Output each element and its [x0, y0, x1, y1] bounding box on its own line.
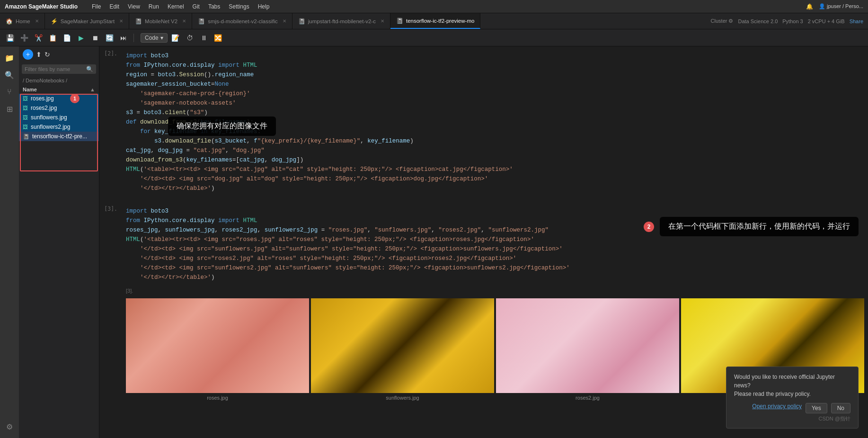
toolbar-separator [133, 34, 134, 42]
search-bar: 🔍 [22, 64, 96, 74]
image-file-icon: 🖼 [23, 96, 28, 101]
files-sort-icon[interactable]: ▲ [90, 87, 95, 92]
extra-btn-4[interactable]: 🔀 [212, 32, 224, 44]
run-button[interactable]: ▶ [75, 32, 87, 44]
tab-home[interactable]: 🏠 Home ✕ [0, 13, 45, 29]
file-name: tensorflow-ic-tf2-pre... [32, 133, 87, 140]
annotation-2-bubble: 在第一个代码框下面添加新行，使用新的代码，并运行 [660, 217, 859, 236]
save-button[interactable]: 💾 [4, 32, 16, 44]
tab-jumpstart2[interactable]: 📓 jumpstart-ftd-mobilenet-v2-c ✕ [292, 13, 390, 29]
image-cell-roses: roses.jpg [126, 298, 309, 401]
tab-mobilenet-label: MobileNet V2 [145, 18, 177, 24]
tab-jumpstart[interactable]: ⚡ SageMaker JumpStart ✕ [45, 13, 129, 29]
refresh-button[interactable]: ↻ [44, 51, 50, 58]
files-activity-icon[interactable]: 📁 [2, 50, 17, 65]
share-button[interactable]: Share [850, 18, 863, 24]
main-layout: 📁 🔍 ⑂ ⊞ ⚙ ＋ ⬆ ↻ 🔍 / DemoNotebooks / Name… [0, 46, 868, 438]
cell-type-dropdown[interactable]: Code ▾ [141, 33, 168, 43]
close-smjs-tab[interactable]: ✕ [283, 18, 286, 24]
jupyter-popup: Would you like to receive official Jupyt… [726, 366, 859, 429]
image-file-icon: 🖼 [23, 105, 28, 111]
sunflowers-image [311, 298, 494, 393]
notification-icon[interactable]: 🔔 [806, 3, 813, 10]
git-activity-icon[interactable]: ⑂ [2, 84, 17, 99]
new-launcher-button[interactable]: ＋ [23, 49, 33, 60]
stop-button[interactable]: ⏹ [89, 32, 101, 44]
menu-view[interactable]: View [128, 3, 140, 10]
tab-jumpstart-label: SageMaker JumpStart [61, 18, 115, 24]
image-cell-roses2: roses2.jpg [496, 298, 679, 401]
extra-btn-1[interactable]: 📝 [169, 32, 182, 44]
menu-kernel[interactable]: Kernel [168, 3, 184, 10]
file-item-sunflowers2[interactable]: 🖼 sunflowers2.jpg [19, 122, 99, 132]
search-activity-icon[interactable]: 🔍 [2, 67, 17, 82]
activity-bar: 📁 🔍 ⑂ ⊞ ⚙ [0, 46, 19, 438]
tab-home-label: Home [16, 18, 30, 24]
tab-tensorflow[interactable]: 📓 tensorflow-ic-tf2-preview-mo [390, 13, 480, 29]
roses-image [126, 298, 309, 393]
fast-forward-button[interactable]: ⏭ [117, 32, 130, 44]
file-item-sunflowers[interactable]: 🖼 sunflowers.jpg [19, 113, 99, 122]
restart-button[interactable]: 🔄 [103, 32, 115, 44]
menu-git[interactable]: Git [193, 3, 200, 10]
privacy-policy-link[interactable]: Open privacy policy [752, 403, 802, 413]
copy-button[interactable]: 📋 [46, 32, 59, 44]
home-icon: 🏠 [6, 18, 13, 25]
tab-smjs-label: smjs-d-mobilenet-v2-classific [208, 18, 278, 24]
file-item-tensorflow[interactable]: 📓 tensorflow-ic-tf2-pre... [19, 132, 99, 141]
breadcrumb: / DemoNotebooks / [19, 76, 99, 85]
popup-no-button[interactable]: No [831, 403, 850, 413]
cell-2: [2]. import boto3 from IPython.core.disp… [99, 46, 868, 198]
popup-yes-button[interactable]: Yes [806, 403, 827, 413]
chevron-down-icon: ▾ [160, 35, 163, 41]
close-home-tab[interactable]: ✕ [35, 18, 39, 24]
files-header-label: Name [23, 87, 37, 92]
tab-right-area: Cluster ⚙ Data Science 2.0 Python 3 2 vC… [711, 13, 868, 29]
close-jumpstart2-tab[interactable]: ✕ [381, 18, 384, 24]
roses-label: roses.jpg [207, 395, 228, 401]
search-input[interactable] [25, 66, 84, 72]
tab-smjs[interactable]: 📓 smjs-d-mobilenet-v2-classific ✕ [192, 13, 292, 29]
tab-jumpstart2-label: jumpstart-ftd-mobilenet-v2-c [308, 18, 376, 24]
tensorflow-icon: 📓 [396, 18, 403, 24]
close-mobilenet-tab[interactable]: ✕ [182, 18, 186, 24]
jumpstart-icon: ⚡ [51, 18, 58, 25]
extra-btn-3[interactable]: ⏸ [198, 32, 210, 44]
close-jumpstart-tab[interactable]: ✕ [119, 18, 123, 24]
cell-content-2[interactable]: import boto3 from IPython.core.display i… [122, 48, 868, 196]
extra-btn-2[interactable]: ⏱ [184, 32, 196, 44]
annotation-2-badge: 2 [644, 222, 654, 232]
menu-file[interactable]: File [92, 3, 101, 10]
smjs-icon: 📓 [198, 18, 205, 25]
sunflowers-label: sunflowers.jpg [386, 395, 419, 401]
cell-number-3: [3]. [99, 204, 122, 285]
add-cell-button[interactable]: ➕ [18, 32, 30, 44]
selection-badge: 1 [70, 94, 80, 103]
sidebar-header: ＋ ⬆ ↻ [19, 46, 99, 63]
env-info: Data Science 2.0 [738, 18, 778, 24]
tab-bar: 🏠 Home ✕ ⚡ SageMaker JumpStart ✕ 📓 Mobil… [0, 13, 868, 29]
notebook-area: [2]. import boto3 from IPython.core.disp… [99, 46, 868, 438]
menu-run[interactable]: Run [149, 3, 159, 10]
sidebar: ＋ ⬆ ↻ 🔍 / DemoNotebooks / Name ▲ 1 [19, 46, 99, 438]
cluster-info[interactable]: Cluster ⚙ [711, 18, 734, 24]
menu-settings[interactable]: Settings [229, 3, 249, 10]
file-item-roses2[interactable]: 🖼 roses2.jpg [19, 103, 99, 113]
file-name: sunflowers.jpg [31, 114, 67, 121]
lang-info: Python 3 [782, 18, 803, 24]
extensions-activity-icon[interactable]: ⊞ [2, 101, 17, 116]
menu-edit[interactable]: Edit [109, 3, 119, 10]
annotation-2-container: 2 在第一个代码框下面添加新行，使用新的代码，并运行 [644, 217, 859, 236]
menu-tabs[interactable]: Tabs [208, 3, 220, 10]
file-item-roses[interactable]: 🖼 roses.jpg [19, 94, 99, 103]
tab-mobilenet[interactable]: 📓 MobileNet V2 ✕ [129, 13, 192, 29]
menu-help[interactable]: Help [258, 3, 270, 10]
resources-info: 2 vCPU + 4 GiB [808, 18, 845, 24]
upload-button[interactable]: ⬆ [36, 51, 42, 58]
file-name: roses2.jpg [31, 105, 57, 111]
toolbar: 💾 ➕ ✂️ 📋 📄 ▶ ⏹ 🔄 ⏭ Code ▾ 📝 ⏱ ⏸ 🔀 [0, 29, 868, 46]
paste-button[interactable]: 📄 [61, 32, 73, 44]
cell-content-3[interactable]: import boto3 from IPython.core.display i… [122, 204, 868, 285]
settings-activity-icon[interactable]: ⚙ [2, 419, 17, 434]
cut-button[interactable]: ✂️ [32, 32, 44, 44]
